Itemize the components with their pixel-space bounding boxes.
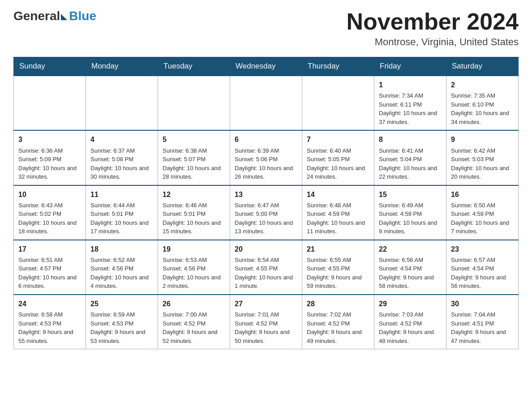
calendar-day-cell [302,76,374,130]
day-number: 18 [90,244,153,254]
day-info: Sunrise: 6:54 AM Sunset: 4:55 PM Dayligh… [235,256,297,291]
calendar-week-row: 17Sunrise: 6:51 AM Sunset: 4:57 PM Dayli… [14,240,519,295]
day-info: Sunrise: 6:58 AM Sunset: 4:53 PM Dayligh… [18,310,81,345]
calendar-day-cell: 6Sunrise: 6:39 AM Sunset: 5:06 PM Daylig… [230,130,302,185]
calendar-day-cell: 14Sunrise: 6:48 AM Sunset: 4:59 PM Dayli… [302,185,374,240]
calendar-week-row: 10Sunrise: 6:43 AM Sunset: 5:02 PM Dayli… [14,185,519,240]
calendar-day-cell: 4Sunrise: 6:37 AM Sunset: 5:08 PM Daylig… [86,130,158,185]
day-info: Sunrise: 6:42 AM Sunset: 5:03 PM Dayligh… [451,146,514,181]
day-number: 25 [90,299,153,309]
day-number: 1 [379,80,442,90]
calendar-day-cell: 16Sunrise: 6:50 AM Sunset: 4:58 PM Dayli… [446,185,519,240]
calendar-day-cell: 2Sunrise: 7:35 AM Sunset: 6:10 PM Daylig… [446,76,519,130]
calendar-day-cell: 20Sunrise: 6:54 AM Sunset: 4:55 PM Dayli… [230,240,302,295]
calendar-day-cell: 23Sunrise: 6:57 AM Sunset: 4:54 PM Dayli… [446,240,519,295]
calendar-day-cell: 9Sunrise: 6:42 AM Sunset: 5:03 PM Daylig… [446,130,519,185]
day-info: Sunrise: 6:52 AM Sunset: 4:56 PM Dayligh… [90,256,153,291]
day-number: 10 [18,189,81,200]
calendar-day-cell: 15Sunrise: 6:49 AM Sunset: 4:58 PM Dayli… [374,185,446,240]
day-info: Sunrise: 6:51 AM Sunset: 4:57 PM Dayligh… [18,256,81,291]
day-info: Sunrise: 7:04 AM Sunset: 4:51 PM Dayligh… [451,310,514,345]
day-info: Sunrise: 6:41 AM Sunset: 5:04 PM Dayligh… [379,146,442,181]
day-info: Sunrise: 6:40 AM Sunset: 5:05 PM Dayligh… [307,146,369,181]
day-info: Sunrise: 6:43 AM Sunset: 5:02 PM Dayligh… [18,201,81,236]
location-text: Montrose, Virginia, United States [347,36,519,48]
day-info: Sunrise: 7:02 AM Sunset: 4:52 PM Dayligh… [307,310,369,345]
day-info: Sunrise: 6:37 AM Sunset: 5:08 PM Dayligh… [90,146,153,181]
month-title: November 2024 [347,9,519,34]
day-number: 5 [163,134,225,145]
day-number: 13 [235,189,297,200]
calendar-week-row: 24Sunrise: 6:58 AM Sunset: 4:53 PM Dayli… [14,295,519,349]
title-area: November 2024 Montrose, Virginia, United… [347,9,519,48]
calendar-day-header: Sunday [14,57,86,76]
calendar-day-cell: 17Sunrise: 6:51 AM Sunset: 4:57 PM Dayli… [14,240,86,295]
day-number: 2 [451,80,514,90]
calendar-day-cell [230,76,302,130]
calendar-week-row: 1Sunrise: 7:34 AM Sunset: 6:11 PM Daylig… [14,76,519,130]
calendar-day-header: Friday [374,57,446,76]
calendar-day-header: Monday [86,57,158,76]
calendar-day-cell: 1Sunrise: 7:34 AM Sunset: 6:11 PM Daylig… [374,76,446,130]
day-number: 17 [18,244,81,254]
calendar-day-header: Saturday [446,57,519,76]
day-info: Sunrise: 6:36 AM Sunset: 5:09 PM Dayligh… [18,146,81,181]
calendar-day-cell: 28Sunrise: 7:02 AM Sunset: 4:52 PM Dayli… [302,295,374,349]
calendar-table: SundayMondayTuesdayWednesdayThursdayFrid… [13,57,519,349]
day-number: 19 [163,244,225,254]
day-info: Sunrise: 7:01 AM Sunset: 4:52 PM Dayligh… [235,310,297,345]
day-number: 27 [235,299,297,309]
calendar-day-cell: 25Sunrise: 6:59 AM Sunset: 4:53 PM Dayli… [86,295,158,349]
calendar-day-cell: 19Sunrise: 6:53 AM Sunset: 4:56 PM Dayli… [158,240,230,295]
calendar-day-header: Wednesday [230,57,302,76]
logo-arrow-icon [61,14,67,20]
calendar-day-cell [158,76,230,130]
calendar-day-cell: 26Sunrise: 7:00 AM Sunset: 4:52 PM Dayli… [158,295,230,349]
day-number: 28 [307,299,369,309]
logo-blue-text: Blue [69,9,96,23]
day-number: 29 [379,299,442,309]
calendar-day-header: Tuesday [158,57,230,76]
day-info: Sunrise: 7:03 AM Sunset: 4:52 PM Dayligh… [379,310,442,345]
day-number: 22 [379,244,442,254]
day-number: 26 [163,299,225,309]
calendar-day-cell: 27Sunrise: 7:01 AM Sunset: 4:52 PM Dayli… [230,295,302,349]
day-info: Sunrise: 7:00 AM Sunset: 4:52 PM Dayligh… [163,310,225,345]
day-number: 7 [307,134,369,145]
day-info: Sunrise: 6:50 AM Sunset: 4:58 PM Dayligh… [451,201,514,236]
day-info: Sunrise: 7:34 AM Sunset: 6:11 PM Dayligh… [379,91,442,126]
day-number: 20 [235,244,297,254]
calendar-day-cell: 24Sunrise: 6:58 AM Sunset: 4:53 PM Dayli… [14,295,86,349]
day-number: 8 [379,134,442,145]
calendar-day-cell [14,76,86,130]
calendar-day-cell: 11Sunrise: 6:44 AM Sunset: 5:01 PM Dayli… [86,185,158,240]
day-info: Sunrise: 7:35 AM Sunset: 6:10 PM Dayligh… [451,91,514,126]
calendar-day-cell: 22Sunrise: 6:56 AM Sunset: 4:54 PM Dayli… [374,240,446,295]
page-header: General Blue November 2024 Montrose, Vir… [13,9,519,48]
day-info: Sunrise: 6:39 AM Sunset: 5:06 PM Dayligh… [235,146,297,181]
calendar-week-row: 3Sunrise: 6:36 AM Sunset: 5:09 PM Daylig… [14,130,519,185]
day-number: 30 [451,299,514,309]
day-number: 23 [451,244,514,254]
day-number: 12 [163,189,225,200]
day-number: 14 [307,189,369,200]
day-info: Sunrise: 6:55 AM Sunset: 4:55 PM Dayligh… [307,256,369,291]
calendar-day-cell: 21Sunrise: 6:55 AM Sunset: 4:55 PM Dayli… [302,240,374,295]
day-number: 21 [307,244,369,254]
day-info: Sunrise: 6:47 AM Sunset: 5:00 PM Dayligh… [235,201,297,236]
day-number: 6 [235,134,297,145]
day-number: 4 [90,134,153,145]
day-number: 16 [451,189,514,200]
calendar-day-cell: 10Sunrise: 6:43 AM Sunset: 5:02 PM Dayli… [14,185,86,240]
logo: General Blue [13,9,96,23]
day-info: Sunrise: 6:44 AM Sunset: 5:01 PM Dayligh… [90,201,153,236]
calendar-day-cell: 29Sunrise: 7:03 AM Sunset: 4:52 PM Dayli… [374,295,446,349]
logo-general-text: General [13,9,60,23]
calendar-header-row: SundayMondayTuesdayWednesdayThursdayFrid… [14,57,519,76]
calendar-day-cell: 12Sunrise: 6:46 AM Sunset: 5:01 PM Dayli… [158,185,230,240]
calendar-day-cell [86,76,158,130]
day-info: Sunrise: 6:59 AM Sunset: 4:53 PM Dayligh… [90,310,153,345]
day-number: 11 [90,189,153,200]
calendar-day-cell: 13Sunrise: 6:47 AM Sunset: 5:00 PM Dayli… [230,185,302,240]
day-number: 15 [379,189,442,200]
